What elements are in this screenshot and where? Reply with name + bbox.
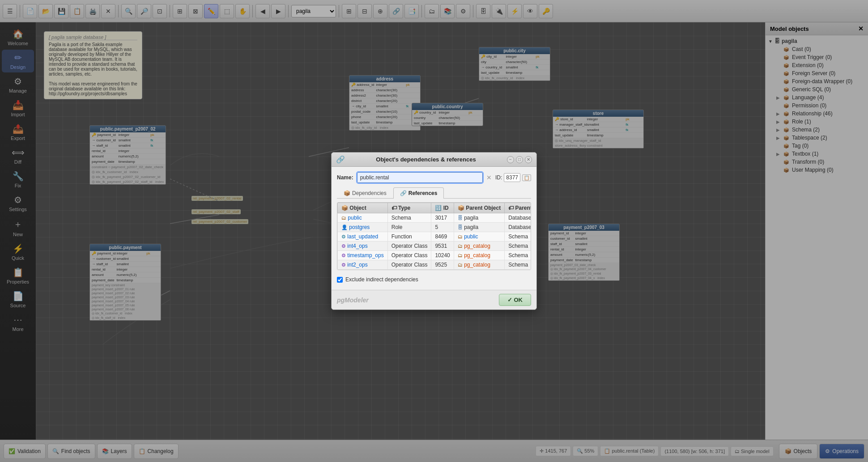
table-row: ⚙ int4_ops Operator Class 9531 🗂 pg_cata…: [338, 242, 532, 251]
dialog-id-label: ID:: [495, 174, 502, 181]
parent-object-link[interactable]: pg_catalog: [464, 252, 490, 259]
cell-object: 👤 postgres: [338, 223, 388, 232]
cell-id: 8469: [431, 232, 454, 242]
object-link[interactable]: public: [348, 215, 362, 221]
col-type-icon: 🏷: [391, 205, 397, 211]
tab-references[interactable]: 🔗 References: [393, 187, 444, 199]
tab-references-label: References: [408, 190, 438, 196]
tab-dependencies[interactable]: 📦 Dependencies: [337, 187, 393, 199]
object-link[interactable]: postgres: [349, 224, 370, 230]
dialog-tabs: 📦 Dependencies 🔗 References: [337, 187, 531, 199]
col-header-parent-type: 🏷 Parent Type: [505, 203, 531, 213]
col-header-parent-object: 📦 Parent Object: [454, 203, 504, 213]
parent-object-link[interactable]: public: [464, 233, 478, 240]
dialog-name-row: Name: ✕ ID: 8377 📋: [337, 172, 531, 183]
cell-object: 🗂 public: [338, 213, 388, 223]
cell-type: Schema: [387, 213, 431, 223]
col-header-type: 🏷 Type: [387, 203, 431, 213]
cell-parent-object: 🗂 pg_catalog: [454, 260, 504, 270]
dialog-name-input[interactable]: [357, 172, 483, 183]
cell-parent-object: 🗄 pagila: [454, 213, 504, 223]
references-table: 📦 Object 🏷 Type 🔢 ID 📦 Parent Object: [337, 203, 531, 270]
dialog-titlebar: 🔗 Object's dependencies & references − □…: [332, 153, 536, 167]
exclude-indirect-row: Exclude indirect dependencies: [337, 273, 531, 284]
col-header-object: 📦 Object: [338, 203, 388, 213]
cell-parent-object: 🗄 pagila: [454, 223, 504, 232]
cell-id: 3017: [431, 213, 454, 223]
col-id-icon: 🔢: [435, 205, 442, 211]
table-row: ⚙ int2_ops Operator Class 9525 🗂 pg_cata…: [338, 260, 532, 270]
ok-button[interactable]: ✓ OK: [499, 294, 532, 306]
dialog-maximize-button[interactable]: □: [516, 156, 523, 163]
cell-parent-type: Schema: [505, 242, 531, 251]
table-row: ⚙ timestamp_ops Operator Class 10240 🗂 p…: [338, 251, 532, 260]
col-object-icon: 📦: [341, 205, 348, 211]
cell-object: ⚙ int4_ops: [338, 242, 388, 251]
dialog-overlay: 🔗 Object's dependencies & references − □…: [0, 0, 868, 462]
cell-type: Operator Class: [387, 260, 431, 270]
cell-parent-object: 🗂 pg_catalog: [454, 242, 504, 251]
cell-type: Operator Class: [387, 251, 431, 260]
dialog-close-button[interactable]: ✕: [525, 156, 532, 163]
object-link[interactable]: last_updated: [347, 233, 378, 240]
cell-parent-object: 🗂 pg_catalog: [454, 251, 504, 260]
col-header-id: 🔢 ID: [431, 203, 454, 213]
dialog-id-area: ID: 8377 📋: [495, 173, 531, 182]
col-parent-object-icon: 📦: [458, 205, 464, 211]
cell-type: Role: [387, 223, 431, 232]
references-tab-icon: 🔗: [400, 190, 407, 196]
cell-parent-object: 🗂 public: [454, 232, 504, 242]
parent-object-link[interactable]: pagila: [464, 215, 478, 221]
cell-id: 9525: [431, 260, 454, 270]
table-row: ⚙ last_updated Function 8469 🗂 public Sc…: [338, 232, 532, 242]
parent-object-link[interactable]: pg_catalog: [464, 262, 490, 268]
cell-parent-type: Schema: [505, 260, 531, 270]
pgmodeler-logo: pgModeler: [337, 297, 495, 304]
dialog-title: Object's dependencies & references: [345, 156, 507, 163]
cell-parent-type: Schema: [505, 232, 531, 242]
exclude-indirect-label: Exclude indirect dependencies: [345, 276, 418, 283]
dialog-logo-icon: 🔗: [336, 155, 345, 164]
cell-id: 9531: [431, 242, 454, 251]
cell-id: 5: [431, 223, 454, 232]
cell-parent-type: Database: [505, 213, 531, 223]
dialog-footer: pgModeler ✓ OK: [332, 290, 536, 309]
dialog-copy-icon[interactable]: 📋: [522, 174, 531, 181]
cell-object: ⚙ int2_ops: [338, 260, 388, 270]
dialog-name-label: Name:: [337, 174, 353, 181]
cell-parent-type: Schema: [505, 251, 531, 260]
parent-object-link[interactable]: pg_catalog: [464, 243, 490, 249]
ok-label: OK: [514, 297, 523, 303]
ok-checkmark-icon: ✓: [507, 297, 512, 303]
col-parent-type-icon: 🏷: [508, 205, 514, 211]
cell-object: ⚙ last_updated: [338, 232, 388, 242]
references-table-body: 🗂 public Schema 3017 🗄 pagila Database 👤…: [338, 213, 532, 270]
tab-dependencies-label: Dependencies: [352, 190, 387, 196]
dialog-clear-icon[interactable]: ✕: [486, 174, 492, 181]
cell-parent-type: Database: [505, 223, 531, 232]
table-row: 🗂 public Schema 3017 🗄 pagila Database: [338, 213, 532, 223]
dialog-body: Name: ✕ ID: 8377 📋 📦 Dependencies 🔗 Refe…: [332, 167, 536, 290]
references-table-container: 📦 Object 🏷 Type 🔢 ID 📦 Parent Object: [337, 202, 531, 270]
object-link[interactable]: int2_ops: [347, 262, 367, 268]
cell-type: Function: [387, 232, 431, 242]
object-link[interactable]: int4_ops: [347, 243, 367, 249]
object-link[interactable]: timestamp_ops: [347, 252, 383, 259]
dialog-id-value: 8377: [504, 173, 520, 182]
dialog-minimize-button[interactable]: −: [507, 156, 514, 163]
cell-type: Operator Class: [387, 242, 431, 251]
parent-object-link[interactable]: pagila: [464, 224, 478, 230]
table-row: 👤 postgres Role 5 🗄 pagila Database: [338, 223, 532, 232]
cell-id: 10240: [431, 251, 454, 260]
cell-object: ⚙ timestamp_ops: [338, 251, 388, 260]
dependencies-dialog: 🔗 Object's dependencies & references − □…: [331, 152, 537, 310]
exclude-indirect-checkbox[interactable]: [337, 277, 343, 283]
dependencies-tab-icon: 📦: [344, 190, 350, 196]
